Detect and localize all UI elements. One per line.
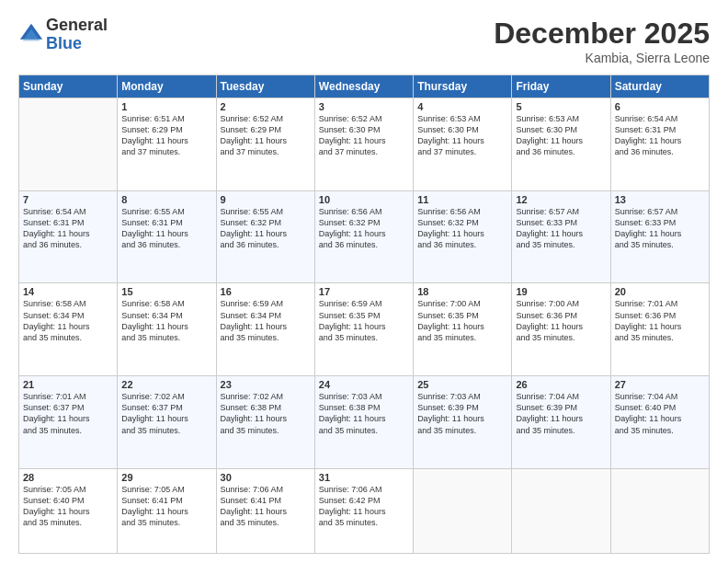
day-info: Sunrise: 7:00 AMSunset: 6:36 PMDaylight:… [516,298,606,343]
day-number: 26 [516,379,606,390]
day-info: Sunrise: 6:58 AMSunset: 6:34 PMDaylight:… [121,298,211,343]
day-number: 2 [221,101,311,112]
title-block: December 2025 Kambia, Sierra Leone [494,17,710,65]
day-cell: 18Sunrise: 7:00 AMSunset: 6:35 PMDayligh… [414,283,512,376]
day-cell: 14Sunrise: 6:58 AMSunset: 6:34 PMDayligh… [19,283,118,376]
week-row-5: 28Sunrise: 7:05 AMSunset: 6:40 PMDayligh… [19,468,710,553]
day-number: 9 [221,194,311,205]
day-cell: 21Sunrise: 7:01 AMSunset: 6:37 PMDayligh… [19,376,118,469]
day-number: 17 [319,286,409,297]
day-cell: 8Sunrise: 6:55 AMSunset: 6:31 PMDaylight… [118,190,216,283]
day-info: Sunrise: 7:06 AMSunset: 6:42 PMDaylight:… [319,484,409,529]
day-info: Sunrise: 6:58 AMSunset: 6:34 PMDaylight:… [23,298,113,343]
column-header-monday: Monday [118,75,216,98]
column-header-friday: Friday [512,75,610,98]
day-cell: 26Sunrise: 7:04 AMSunset: 6:39 PMDayligh… [512,376,610,469]
column-header-wednesday: Wednesday [314,75,413,98]
day-info: Sunrise: 6:59 AMSunset: 6:35 PMDaylight:… [319,298,409,343]
day-cell: 2Sunrise: 6:52 AMSunset: 6:29 PMDaylight… [216,98,314,191]
header: General Blue December 2025 Kambia, Sierr… [18,17,710,65]
logo-icon [18,22,44,48]
day-cell: 27Sunrise: 7:04 AMSunset: 6:40 PMDayligh… [610,376,709,469]
day-number: 21 [23,379,113,390]
day-number: 18 [417,286,507,297]
day-cell [19,98,118,191]
day-info: Sunrise: 6:55 AMSunset: 6:32 PMDaylight:… [221,206,311,251]
day-cell: 11Sunrise: 6:56 AMSunset: 6:32 PMDayligh… [414,190,512,283]
day-info: Sunrise: 7:02 AMSunset: 6:37 PMDaylight:… [121,391,211,436]
day-cell: 1Sunrise: 6:51 AMSunset: 6:29 PMDaylight… [118,98,216,191]
day-number: 15 [121,286,211,297]
day-cell: 23Sunrise: 7:02 AMSunset: 6:38 PMDayligh… [216,376,314,469]
day-number: 23 [221,379,311,390]
day-cell: 28Sunrise: 7:05 AMSunset: 6:40 PMDayligh… [19,468,118,553]
page: General Blue December 2025 Kambia, Sierr… [0,0,728,563]
day-info: Sunrise: 7:05 AMSunset: 6:40 PMDaylight:… [23,484,113,529]
day-number: 6 [615,101,705,112]
day-cell: 13Sunrise: 6:57 AMSunset: 6:33 PMDayligh… [610,190,709,283]
day-number: 10 [319,194,409,205]
day-number: 11 [417,194,507,205]
day-info: Sunrise: 7:03 AMSunset: 6:39 PMDaylight:… [417,391,507,436]
day-cell: 30Sunrise: 7:06 AMSunset: 6:41 PMDayligh… [216,468,314,553]
day-number: 29 [121,472,211,483]
day-cell: 25Sunrise: 7:03 AMSunset: 6:39 PMDayligh… [414,376,512,469]
day-info: Sunrise: 6:54 AMSunset: 6:31 PMDaylight:… [615,113,705,158]
logo-general: General [46,17,108,35]
day-number: 4 [417,101,507,112]
day-info: Sunrise: 6:53 AMSunset: 6:30 PMDaylight:… [417,113,507,158]
day-cell: 12Sunrise: 6:57 AMSunset: 6:33 PMDayligh… [512,190,610,283]
day-info: Sunrise: 6:57 AMSunset: 6:33 PMDaylight:… [615,206,705,251]
day-cell: 16Sunrise: 6:59 AMSunset: 6:34 PMDayligh… [216,283,314,376]
day-number: 25 [417,379,507,390]
day-info: Sunrise: 6:53 AMSunset: 6:30 PMDaylight:… [516,113,606,158]
day-number: 3 [319,101,409,112]
column-header-saturday: Saturday [610,75,709,98]
day-number: 22 [121,379,211,390]
day-cell [414,468,512,553]
day-cell: 29Sunrise: 7:05 AMSunset: 6:41 PMDayligh… [118,468,216,553]
day-number: 27 [615,379,705,390]
day-info: Sunrise: 6:54 AMSunset: 6:31 PMDaylight:… [23,206,113,251]
day-info: Sunrise: 6:55 AMSunset: 6:31 PMDaylight:… [121,206,211,251]
day-info: Sunrise: 7:00 AMSunset: 6:35 PMDaylight:… [417,298,507,343]
day-number: 31 [319,472,409,483]
day-number: 1 [121,101,211,112]
subtitle: Kambia, Sierra Leone [494,51,710,65]
day-cell: 6Sunrise: 6:54 AMSunset: 6:31 PMDaylight… [610,98,709,191]
day-info: Sunrise: 6:52 AMSunset: 6:30 PMDaylight:… [319,113,409,158]
week-row-4: 21Sunrise: 7:01 AMSunset: 6:37 PMDayligh… [19,376,710,469]
day-cell: 3Sunrise: 6:52 AMSunset: 6:30 PMDaylight… [314,98,413,191]
day-cell: 9Sunrise: 6:55 AMSunset: 6:32 PMDaylight… [216,190,314,283]
day-cell: 4Sunrise: 6:53 AMSunset: 6:30 PMDaylight… [414,98,512,191]
column-header-tuesday: Tuesday [216,75,314,98]
day-info: Sunrise: 6:52 AMSunset: 6:29 PMDaylight:… [221,113,311,158]
logo: General Blue [18,17,108,53]
day-number: 20 [615,286,705,297]
month-title: December 2025 [494,17,710,51]
day-number: 24 [319,379,409,390]
day-cell: 7Sunrise: 6:54 AMSunset: 6:31 PMDaylight… [19,190,118,283]
logo-blue: Blue [46,35,108,53]
day-cell: 19Sunrise: 7:00 AMSunset: 6:36 PMDayligh… [512,283,610,376]
week-row-2: 7Sunrise: 6:54 AMSunset: 6:31 PMDaylight… [19,190,710,283]
week-row-3: 14Sunrise: 6:58 AMSunset: 6:34 PMDayligh… [19,283,710,376]
day-number: 28 [23,472,113,483]
day-info: Sunrise: 6:51 AMSunset: 6:29 PMDaylight:… [121,113,211,158]
day-info: Sunrise: 7:06 AMSunset: 6:41 PMDaylight:… [221,484,311,529]
day-info: Sunrise: 6:56 AMSunset: 6:32 PMDaylight:… [319,206,409,251]
day-info: Sunrise: 7:01 AMSunset: 6:37 PMDaylight:… [23,391,113,436]
logo-text: General Blue [46,17,108,53]
day-info: Sunrise: 7:03 AMSunset: 6:38 PMDaylight:… [319,391,409,436]
day-cell: 5Sunrise: 6:53 AMSunset: 6:30 PMDaylight… [512,98,610,191]
calendar-body: 1Sunrise: 6:51 AMSunset: 6:29 PMDaylight… [19,98,710,554]
day-number: 13 [615,194,705,205]
day-info: Sunrise: 6:59 AMSunset: 6:34 PMDaylight:… [221,298,311,343]
day-cell: 31Sunrise: 7:06 AMSunset: 6:42 PMDayligh… [314,468,413,553]
week-row-1: 1Sunrise: 6:51 AMSunset: 6:29 PMDaylight… [19,98,710,191]
column-header-sunday: Sunday [19,75,118,98]
column-header-thursday: Thursday [414,75,512,98]
day-number: 5 [516,101,606,112]
header-row: SundayMondayTuesdayWednesdayThursdayFrid… [19,75,710,98]
day-cell: 22Sunrise: 7:02 AMSunset: 6:37 PMDayligh… [118,376,216,469]
